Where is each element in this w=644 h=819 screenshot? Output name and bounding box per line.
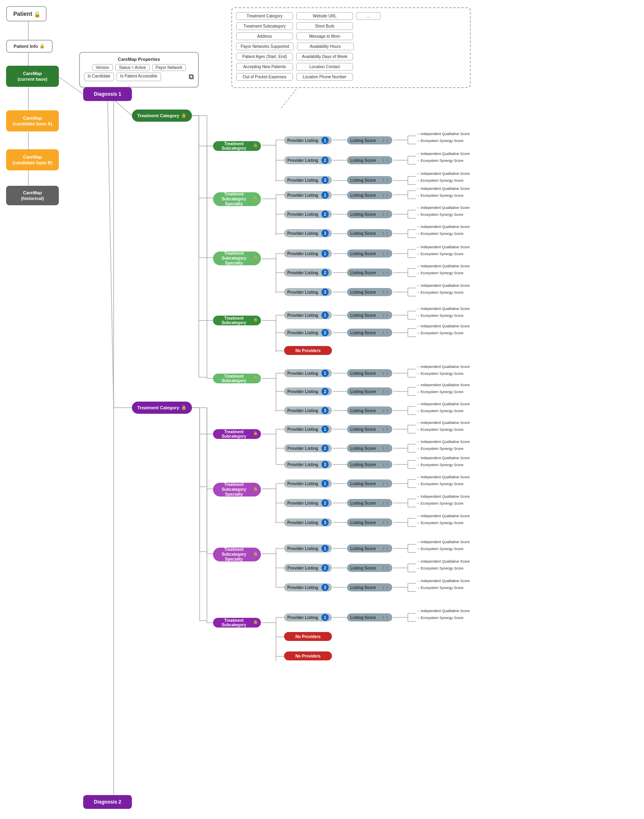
info-out-of-pocket: Out of Pocket Expenses [236,73,293,81]
sc3-p1-score[interactable]: Listing Score ⋮⋮ [347,249,392,258]
sc6-p2-score[interactable]: Listing Score ⋮⋮ [347,444,392,452]
sc5-p2-ind: → Independent Qualitative Score [416,383,470,387]
info-treatment-subcategory: Treatment Subcategory [236,22,293,30]
sc9-provider1[interactable]: Provider Listing 1 [284,613,332,621]
sc8-provider3[interactable]: Provider Listing 3 [284,583,332,591]
sc1-provider2[interactable]: Provider Listing 2 [284,156,332,164]
sc6-badge-3: 3 [321,461,329,468]
sc4-p1-score[interactable]: Listing Score ⋮⋮ [347,311,392,319]
sc8-provider1[interactable]: Provider Listing 1 [284,544,332,552]
sc7-provider3[interactable]: Provider Listing 3 [284,518,332,527]
sc3-p1-eco: → Ecosystem Synergy Score [416,252,463,256]
sc1-provider1[interactable]: Provider Listing 1 [284,136,332,144]
sc4-provider1[interactable]: Provider Listing 1 [284,311,332,319]
sc8-p2-ind: → Independent Qualitative Score [416,559,470,563]
sc4-node[interactable]: Treatment Subcategory 🔒 [213,316,261,325]
sc4-p1-ind: → Independent Qualitative Score [416,307,470,311]
sc5-provider2[interactable]: Provider Listing 2 [284,387,332,396]
caremap-candidate-a-node[interactable]: CareMap(candidate base A) [6,110,59,131]
caremap-current-node[interactable]: CareMap(current base) [6,66,59,87]
treatment-cat-purple-node[interactable]: Treatment Category 🔒 [132,402,192,414]
sc4-p1-eco: → Ecosystem Synergy Score [416,314,463,318]
sc3-p2-score[interactable]: Listing Score ⋮⋮ [347,269,392,277]
prop-version[interactable]: Version [92,64,113,71]
sc5-p1-eco: → Ecosystem Synergy Score [416,372,463,376]
info-box: Treatment Category Website URL ... Treat… [231,7,471,88]
sc8-p1-score[interactable]: Listing Score ⋮⋮ [347,544,392,552]
patient-info-node[interactable]: Patient Info 🔒 [6,40,53,53]
sc2-p3-score[interactable]: Listing Score ⋮⋮ [347,229,392,237]
info-ellipsis: ... [356,12,381,20]
sc7-provider2[interactable]: Provider Listing 2 [284,499,332,507]
sc2-provider3[interactable]: Provider Listing 3 [284,229,332,237]
sc3-provider3[interactable]: Provider Listing 3 [284,288,332,296]
sc8-p3-score[interactable]: Listing Score ⋮⋮ [347,583,392,591]
sc1-provider3[interactable]: Provider Listing 3 [284,176,332,184]
diagnosis-1-node[interactable]: Diagnosis 1 [83,87,132,101]
sc6-p3-score[interactable]: Listing Score ⋮⋮ [347,460,392,469]
sc4-no-providers[interactable]: No Providers [284,346,332,355]
caremap-candidate-a-label: CareMap(candidate base A) [13,115,52,127]
caremap-candidate-b-node[interactable]: CareMap(candidate base B) [6,149,59,170]
sc5-node[interactable]: Treatment Subcategory 🔒 [213,374,261,383]
sc6-p1-score[interactable]: Listing Score ⋮⋮ [347,425,392,433]
sc5-label: Treatment Subcategory [216,374,252,383]
sc9-node[interactable]: Treatment Subcategory 🔒 [213,618,261,628]
treatment-cat-green-node[interactable]: Treatment Category 🔒 [132,110,192,122]
provider-badge-2: 2 [321,157,329,164]
sc9-no-providers-1[interactable]: No Providers [284,632,332,641]
sc6-provider2[interactable]: Provider Listing 2 [284,444,332,452]
sc6-provider3[interactable]: Provider Listing 3 [284,460,332,469]
prop-payor-network[interactable]: Payor Network [152,64,186,71]
sc1-p2-score[interactable]: Listing Score ⋮⋮ [347,156,392,164]
sc1-p1-score[interactable]: Listing Score ⋮⋮ [347,136,392,144]
sc3-node[interactable]: Treatment SubcategorySpecialty 🔒 [213,252,261,265]
sc2-p1-score[interactable]: Listing Score ⋮⋮ [347,191,392,199]
sc8-badge-3: 3 [321,584,329,591]
sc5-p3-score[interactable]: Listing Score ⋮⋮ [347,406,392,415]
sc6-provider1[interactable]: Provider Listing 1 [284,425,332,433]
sc7-p2-score[interactable]: Listing Score ⋮⋮ [347,499,392,507]
sc9-p1-score[interactable]: Listing Score ⋮⋮ [347,613,392,621]
prop-is-candidate[interactable]: Is Candidate [84,73,114,81]
sc5-provider3[interactable]: Provider Listing 3 [284,406,332,415]
svg-line-218 [280,89,296,110]
sc8-p2-score[interactable]: Listing Score ⋮⋮ [347,564,392,572]
sc5-p1-ind: → Independent Qualitative Score [416,365,470,369]
sc5-p2-score[interactable]: Listing Score ⋮⋮ [347,387,392,396]
sc8-node[interactable]: Treatment SubcategorySpecialty 🔒 [213,548,261,561]
sc7-provider1[interactable]: Provider Listing 1 [284,479,332,488]
prop-status-active[interactable]: Status = Active [115,64,149,71]
sc8-badge-2: 2 [321,564,329,572]
sc2-p2-score[interactable]: Listing Score ⋮⋮ [347,210,392,218]
diagnosis-2-node[interactable]: Diagnosis 2 [83,795,132,809]
sc2-provider2[interactable]: Provider Listing 2 [284,210,332,218]
sc6-node[interactable]: Treatment Subcategory 🔒 [213,429,261,439]
patient-node[interactable]: Patient 🔒 [6,6,47,21]
info-message-to-mom: Message to Mom [296,32,353,40]
no-providers-label: No Providers [295,348,321,353]
prop-is-patient-accessible[interactable]: Is Patient Accessible [116,73,161,81]
sc2-provider1[interactable]: Provider Listing 1 [284,191,332,199]
sc9-no-providers-2[interactable]: No Providers [284,651,332,660]
sc4-p2-score[interactable]: Listing Score ⋮⋮ [347,329,392,337]
sc8-provider2[interactable]: Provider Listing 2 [284,564,332,572]
sc5-provider1[interactable]: Provider Listing 1 [284,369,332,377]
sc4-label: Treatment Subcategory [216,316,252,325]
sc7-p1-score[interactable]: Listing Score ⋮⋮ [347,479,392,488]
sc7-p3-score[interactable]: Listing Score ⋮⋮ [347,518,392,527]
sc1-p3-score[interactable]: Listing Score ⋮⋮ [347,176,392,184]
sc5-p1-score[interactable]: Listing Score ⋮⋮ [347,369,392,377]
sc5-p3-ind: → Independent Qualitative Score [416,402,470,406]
sc1-node[interactable]: Treatment Subcategory 🔒 [213,141,261,151]
caremap-historical-node[interactable]: CareMap(historical) [6,186,59,205]
sc3-provider2[interactable]: Provider Listing 2 [284,269,332,277]
copy-icon[interactable]: ⧉ [189,73,194,81]
canvas: Patient 🔒 Patient Info 🔒 CareMap(current… [0,0,644,819]
info-accepting-patients: Accepting New Patients [236,63,293,71]
sc7-node[interactable]: Treatment SubcategorySpecialty 🔒 [213,483,261,497]
sc4-provider2[interactable]: Provider Listing 2 [284,329,332,337]
sc3-p3-score[interactable]: Listing Score ⋮⋮ [347,288,392,296]
sc3-provider1[interactable]: Provider Listing 1 [284,249,332,258]
sc2-node[interactable]: Treatment SubcategorySpecialty 🔒 [213,192,261,206]
